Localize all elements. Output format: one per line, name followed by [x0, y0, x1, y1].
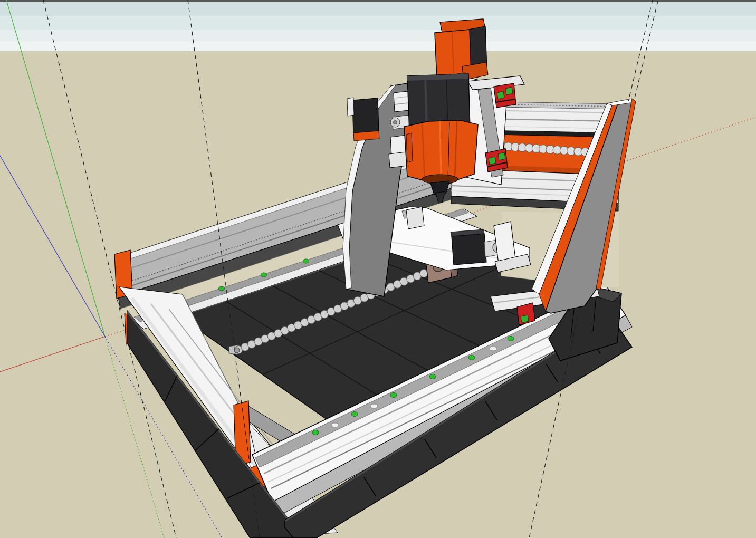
rail-bolt-hole — [331, 423, 339, 427]
rail-green-dot — [219, 286, 225, 291]
x-bearing-green — [505, 87, 513, 95]
x-bearing-green — [497, 91, 504, 99]
x-motor-tab — [347, 98, 354, 116]
x-motor — [352, 98, 379, 135]
rail-green-dot — [261, 273, 267, 277]
rail-green-dot — [508, 337, 514, 341]
rail-bolt-hole — [370, 404, 378, 408]
beam-end-stub — [389, 152, 407, 168]
x-bearing-bottom — [485, 149, 508, 172]
x-bearing-green — [489, 157, 496, 165]
rail-bolt-hole — [490, 347, 497, 351]
rail-green-dot — [351, 412, 358, 417]
sky-band-4 — [0, 41, 756, 51]
spindle-highlight — [440, 121, 441, 180]
sky-band-2 — [0, 16, 756, 30]
spindle-cable-clips — [406, 133, 413, 162]
rail-green-dot — [468, 356, 475, 360]
x-screw-end-bore — [394, 121, 397, 124]
x-bearing-top — [494, 83, 516, 108]
y-leadscrew-end — [234, 348, 240, 353]
sky-band-3 — [0, 30, 756, 41]
rail-green-dot — [429, 374, 436, 379]
3d-viewport[interactable] — [0, 0, 756, 538]
y-motor — [452, 234, 486, 265]
top-edge-bar — [0, 0, 756, 2]
x-bearing-green — [498, 152, 505, 160]
rail-green-dot — [312, 430, 319, 435]
sky-band-1 — [0, 2, 756, 16]
rail-green-dot — [303, 259, 309, 263]
scene-svg — [0, 0, 756, 538]
right-rail-cap-green — [521, 315, 529, 323]
z-nut-bracket — [406, 207, 424, 229]
rail-green-dot — [390, 393, 397, 398]
